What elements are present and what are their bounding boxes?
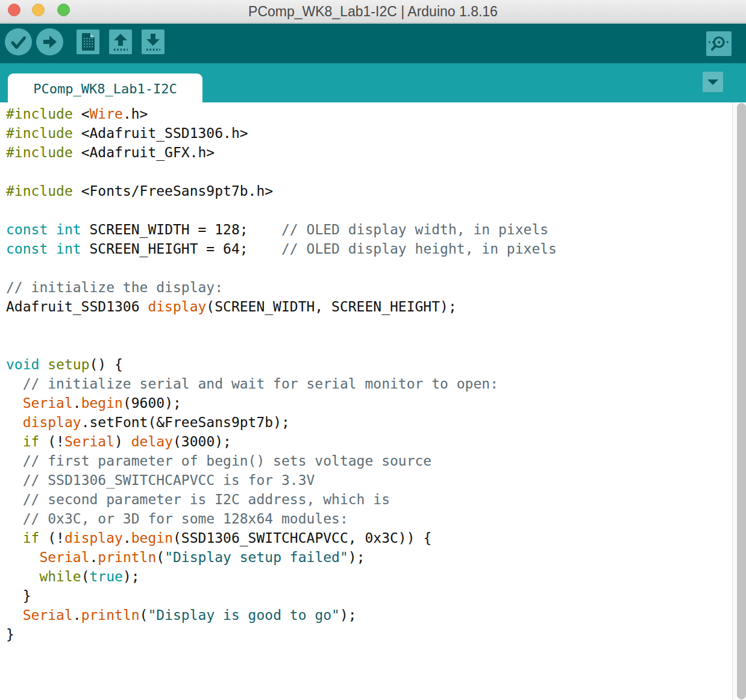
code-line: // 0x3C, or 3D for some 128x64 modules: [6, 509, 732, 528]
upload-button[interactable] [36, 28, 63, 55]
window-title: PComp_WK8_Lab1-I2C | Arduino 1.8.16 [0, 0, 746, 23]
code-line: void setup() { [6, 355, 732, 374]
code-line [6, 316, 732, 336]
code-line: #include <Wire.h> [6, 104, 732, 123]
code-line: Serial.println("Display setup failed"); [6, 548, 732, 567]
code-line: // initialize the display: [6, 278, 732, 297]
code-line [6, 201, 732, 220]
code-line: if (!display.begin(SSD1306_SWITCHCAPVCC,… [6, 528, 732, 548]
code-line: // second parameter is I2C address, whic… [6, 490, 732, 509]
code-line: #include <Adafruit_GFX.h> [6, 143, 732, 162]
code-line: // initialize serial and wait for serial… [6, 374, 732, 393]
scrollbar-track[interactable] [732, 102, 746, 700]
code-line: if (!Serial) delay(3000); [6, 432, 732, 451]
code-line [6, 336, 732, 355]
code-line: const int SCREEN_WIDTH = 128; // OLED di… [6, 220, 732, 239]
code-lines: #include <Wire.h>#include <Adafruit_SSD1… [6, 104, 732, 644]
code-line: Serial.println("Display is good to go"); [6, 605, 732, 625]
code-line [6, 162, 732, 181]
toolbar [0, 23, 746, 63]
dropdown-triangle-icon [703, 72, 723, 92]
title-bar: PComp_WK8_Lab1-I2C | Arduino 1.8.16 [0, 0, 746, 23]
serial-monitor-button[interactable] [706, 31, 732, 56]
code-line: // SSD1306_SWITCHCAPVCC is for 3.3V [6, 470, 732, 490]
magnifier-icon [706, 31, 732, 56]
code-line [6, 258, 732, 278]
sketch-tab-label: PComp_WK8_Lab1-I2C [33, 81, 177, 96]
scrollbar-thumb[interactable] [737, 103, 746, 699]
save-button[interactable] [142, 30, 165, 54]
right-arrow-icon [36, 28, 63, 55]
tab-menu-button[interactable] [703, 72, 723, 92]
down-arrow-icon [142, 30, 165, 54]
code-line: const int SCREEN_HEIGHT = 64; // OLED di… [6, 239, 732, 258]
code-editor[interactable]: #include <Wire.h>#include <Adafruit_SSD1… [0, 102, 732, 700]
open-button[interactable] [109, 30, 132, 54]
code-line: #include <Fonts/FreeSans9pt7b.h> [6, 181, 732, 201]
code-line: while(true); [6, 567, 732, 586]
tab-strip: PComp_WK8_Lab1-I2C [0, 63, 746, 102]
verify-button[interactable] [5, 28, 32, 55]
code-line: } [6, 625, 732, 644]
up-arrow-icon [109, 30, 132, 54]
check-icon [5, 28, 32, 55]
document-icon [77, 30, 99, 54]
new-sketch-button[interactable] [77, 30, 99, 54]
sketch-tab[interactable]: PComp_WK8_Lab1-I2C [8, 73, 202, 102]
code-line: // first parameter of begin() sets volta… [6, 451, 732, 470]
code-line: Adafruit_SSD1306 display(SCREEN_WIDTH, S… [6, 297, 732, 316]
code-line: } [6, 586, 732, 605]
code-line: #include <Adafruit_SSD1306.h> [6, 123, 732, 143]
code-line: display.setFont(&FreeSans9pt7b); [6, 413, 732, 432]
code-line: Serial.begin(9600); [6, 393, 732, 413]
